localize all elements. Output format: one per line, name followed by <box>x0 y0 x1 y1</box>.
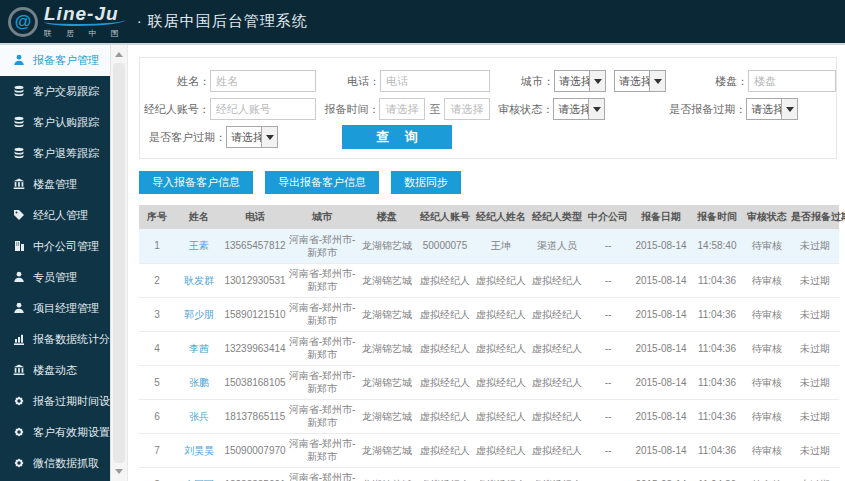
table-cell: 河南省-郑州市-新郑市 <box>287 433 357 467</box>
query-button[interactable]: 查 询 <box>342 125 452 149</box>
sidebar-item-building-management[interactable]: 楼盘管理 <box>0 169 110 200</box>
customer-expired-select[interactable]: 请选择 <box>226 126 278 148</box>
name-input[interactable] <box>210 70 316 92</box>
table-cell: 河南省-郑州市-新郑市 <box>287 297 357 331</box>
sidebar-item-agent-management[interactable]: 经纪人管理 <box>0 200 110 231</box>
customer-name-link[interactable]: 郭少朋 <box>175 297 223 331</box>
sidebar-item-project-manager-management[interactable]: 项目经理管理 <box>0 293 110 324</box>
scroll-up-button[interactable] <box>111 47 127 62</box>
table-cell: 龙湖锦艺城 <box>357 229 417 263</box>
customer-name-link[interactable]: 宋国军 <box>175 467 223 481</box>
column-header: 序号 <box>139 205 175 229</box>
table-row: 1王素13565457812河南省-郑州市-新郑市龙湖锦艺城50000075王坤… <box>139 229 839 263</box>
table-cell: 虚拟经纪人 <box>529 263 585 297</box>
customer-name-link[interactable]: 李茜 <box>175 331 223 365</box>
report-expired-select[interactable]: 请选择 <box>746 98 798 120</box>
table-cell: 未过期 <box>791 467 839 481</box>
report-time-start-input[interactable] <box>379 98 425 120</box>
table-row: 5张鹏15038168105河南省-郑州市-新郑市龙湖锦艺城虚拟经纪人虚拟经纪人… <box>139 365 839 399</box>
table-cell: 龙湖锦艺城 <box>357 467 417 481</box>
table-cell: -- <box>585 297 631 331</box>
table-cell: 11:04:36 <box>691 467 743 481</box>
table-cell: 河南省-郑州市-新郑市 <box>287 365 357 399</box>
table-cell: 未过期 <box>791 433 839 467</box>
sidebar-item-label: 客户有效期设置 <box>33 425 110 440</box>
sidebar-menu: 报备客户管理客户交易跟踪客户认购跟踪客户退筹跟踪楼盘管理经纪人管理中介公司管理专… <box>0 45 110 481</box>
table-cell: 8 <box>139 467 175 481</box>
column-header: 审核状态 <box>743 205 791 229</box>
gear-icon <box>13 426 26 439</box>
audit-status-select[interactable]: 请选择 <box>553 98 605 120</box>
column-header: 城市 <box>287 205 357 229</box>
table-cell: 河南省-郑州市-新郑市 <box>287 331 357 365</box>
table-cell: -- <box>585 365 631 399</box>
agent-account-label: 经纪人账号： <box>140 102 210 117</box>
coins-icon <box>13 116 26 129</box>
chevron-down-icon <box>115 469 123 474</box>
customer-name-link[interactable]: 耿发群 <box>175 263 223 297</box>
app-header: @ Line-Ju 联 居 中 国 · 联居中国后台管理系统 <box>0 0 845 45</box>
building-input[interactable] <box>748 70 836 92</box>
table-cell: 未过期 <box>791 297 839 331</box>
report-table-body: 1王素13565457812河南省-郑州市-新郑市龙湖锦艺城50000075王坤… <box>139 229 839 481</box>
sidebar-item-customer-trade-tracking[interactable]: 客户交易跟踪 <box>0 76 110 107</box>
customer-name-link[interactable]: 王素 <box>175 229 223 263</box>
report-time-separator: 至 <box>429 102 440 117</box>
sidebar-item-building-news[interactable]: 楼盘动态 <box>0 355 110 386</box>
table-cell: 7 <box>139 433 175 467</box>
sidebar-item-report-expiry-time-settings[interactable]: 报备过期时间设置 <box>0 386 110 417</box>
agent-account-input[interactable] <box>210 98 316 120</box>
table-cell: -- <box>585 331 631 365</box>
export-report-customers-button[interactable]: 导出报备客户信息 <box>265 171 379 194</box>
logo-at-icon: @ <box>8 7 38 37</box>
chevron-down-icon <box>781 99 797 119</box>
table-row: 3郭少朋15890121510河南省-郑州市-新郑市龙湖锦艺城虚拟经纪人虚拟经纪… <box>139 297 839 331</box>
column-header: 姓名 <box>175 205 223 229</box>
table-cell: 13283835691 <box>223 467 287 481</box>
sidebar-item-agency-company-management[interactable]: 中介公司管理 <box>0 231 110 262</box>
data-sync-button[interactable]: 数据同步 <box>391 171 461 194</box>
table-cell: 虚拟经纪人 <box>473 467 529 481</box>
scrollbar-thumb[interactable] <box>113 63 125 463</box>
sidebar-item-specialist-management[interactable]: 专员管理 <box>0 262 110 293</box>
city-province-select[interactable]: 请选择 <box>554 70 606 92</box>
customer-name-link[interactable]: 刘昊昊 <box>175 433 223 467</box>
select-value: 请选择 <box>615 74 649 89</box>
audit-status-label: 审核状态： <box>489 102 553 117</box>
table-cell: 6 <box>139 399 175 433</box>
import-report-customers-button[interactable]: 导入报备客户信息 <box>139 171 253 194</box>
sidebar-item-customer-refund-tracking[interactable]: 客户退筹跟踪 <box>0 138 110 169</box>
table-cell: 龙湖锦艺城 <box>357 433 417 467</box>
sidebar-item-customer-validity-settings[interactable]: 客户有效期设置 <box>0 417 110 448</box>
column-header: 经纪人类型 <box>529 205 585 229</box>
column-header: 是否报备过期 <box>791 205 839 229</box>
table-row: 6张兵18137865115河南省-郑州市-新郑市龙湖锦艺城虚拟经纪人虚拟经纪人… <box>139 399 839 433</box>
city-city-select[interactable]: 请选择 <box>614 70 666 92</box>
chevron-down-icon <box>261 127 277 147</box>
table-cell: 5 <box>139 365 175 399</box>
sidebar-item-report-statistics-analysis[interactable]: 报备数据统计分析 <box>0 324 110 355</box>
sidebar-item-report-customer-management[interactable]: 报备客户管理 <box>0 45 110 76</box>
system-title: · 联居中国后台管理系统 <box>137 12 308 31</box>
table-cell: 虚拟经纪人 <box>417 433 473 467</box>
city-label: 城市： <box>490 74 554 89</box>
chart-icon <box>13 333 26 346</box>
table-cell: 2015-08-14 <box>631 297 691 331</box>
customer-name-link[interactable]: 张兵 <box>175 399 223 433</box>
toolbar: 导入报备客户信息 导出报备客户信息 数据同步 <box>139 171 837 194</box>
phone-input[interactable] <box>380 70 490 92</box>
table-cell: 龙湖锦艺城 <box>357 365 417 399</box>
table-cell: 4 <box>139 331 175 365</box>
report-time-end-input[interactable] <box>444 98 490 120</box>
table-cell: 河南省-郑州市-新郑市 <box>287 263 357 297</box>
sidebar-item-wechat-data-fetch[interactable]: 微信数据抓取 <box>0 448 110 479</box>
table-cell: 2015-08-14 <box>631 263 691 297</box>
sidebar-item-customer-subscribe-tracking[interactable]: 客户认购跟踪 <box>0 107 110 138</box>
scroll-down-button[interactable] <box>111 464 127 479</box>
customer-name-link[interactable]: 张鹏 <box>175 365 223 399</box>
sidebar-scrollbar[interactable] <box>110 45 128 481</box>
table-cell: 11:04:36 <box>691 331 743 365</box>
table-cell: -- <box>585 433 631 467</box>
sidebar-item-label: 微信数据抓取 <box>33 456 99 471</box>
select-value: 请选择 <box>227 130 261 145</box>
